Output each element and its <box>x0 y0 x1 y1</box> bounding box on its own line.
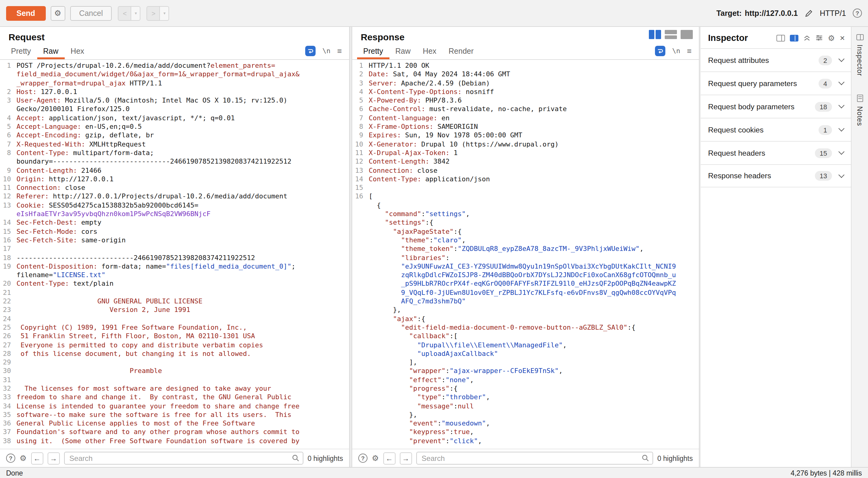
columns-layout-button[interactable] <box>649 30 661 39</box>
editor-menu-button[interactable]: ≡ <box>687 47 691 56</box>
code-line: 1HTTP/1.1 200 OK <box>352 62 699 70</box>
code-line: 14Content-Type: application/json <box>352 175 699 184</box>
code-line: 27 Everyone is permitted to copy and dis… <box>0 341 349 350</box>
request-search-bar: ? ⚙ ← → 0 highlights <box>0 449 349 467</box>
help-button[interactable]: ? <box>853 8 862 18</box>
code-line: 15 <box>352 184 699 192</box>
code-line: 7X-Requested-With: XMLHttpRequest <box>0 140 349 149</box>
edit-target-button[interactable] <box>805 9 813 18</box>
code-line: 10Origin: http://127.0.0.1 <box>0 175 349 184</box>
search-settings-button[interactable]: ⚙ <box>20 454 27 463</box>
forward-history-button[interactable]: ▾ <box>160 6 169 21</box>
toolbar: Send ⚙ Cancel < ▾ > ▾ Target: http://127… <box>0 0 868 27</box>
code-line: 37Foundation's software and to any other… <box>0 428 349 437</box>
count-badge: 2 <box>818 55 832 65</box>
word-wrap-toggle[interactable] <box>305 46 316 56</box>
code-line: 7Content-language: en <box>352 114 699 123</box>
back-button[interactable]: < <box>118 6 131 21</box>
code-line: 1POST /Projects/drupal-10.2.6/media/add/… <box>0 62 349 70</box>
request-editor[interactable]: 1POST /Projects/drupal-10.2.6/media/add/… <box>0 60 349 449</box>
code-line: _wrapper_format=drupal_ajax HTTP/1.1 <box>0 79 349 88</box>
request-tab-hex[interactable]: Hex <box>64 44 90 59</box>
section-label: Request body parameters <box>708 102 795 111</box>
editor-menu-button[interactable]: ≡ <box>337 47 342 56</box>
response-tab-pretty[interactable]: Pretty <box>357 44 389 59</box>
forward-button[interactable]: > <box>147 6 160 21</box>
code-line: filename="LICENSE.txt" <box>0 271 349 280</box>
hamburger-icon: ≡ <box>337 47 342 56</box>
inspector-panel: Inspector ⚙ × Request attributes 2 Reque… <box>701 27 851 467</box>
inspector-dock-button[interactable] <box>776 34 785 41</box>
cancel-button[interactable]: Cancel <box>70 6 112 21</box>
response-editor[interactable]: 1HTTP/1.1 200 OK2Date: Sat, 04 May 2024 … <box>352 60 699 449</box>
chevron-down-icon <box>838 102 844 108</box>
close-inspector-button[interactable]: × <box>840 34 845 42</box>
chevron-down-icon <box>838 172 844 178</box>
close-icon: × <box>840 33 845 43</box>
chevron-down-icon <box>838 125 844 131</box>
request-tab-pretty[interactable]: Pretty <box>5 44 37 59</box>
send-button[interactable]: Send <box>6 6 45 21</box>
panel-splitter[interactable] <box>349 27 352 467</box>
next-match-button[interactable]: → <box>47 452 60 464</box>
code-line: 9_VQqLf0-JjUEwn8U1ov0EY_rZPBLJ1Yc7KLFsfq… <box>352 289 699 297</box>
search-help-button[interactable]: ? <box>6 454 15 463</box>
inspector-settings-button[interactable]: ⚙ <box>828 33 835 42</box>
section-label: Request attributes <box>708 56 769 64</box>
code-line: 8Content-Type: multipart/form-data; <box>0 149 349 158</box>
count-badge: 1 <box>818 125 832 135</box>
request-search-input[interactable] <box>64 452 303 465</box>
count-badge: 13 <box>815 171 832 181</box>
gear-icon: ⚙ <box>20 454 27 463</box>
show-newlines-toggle[interactable]: \n <box>672 47 680 55</box>
response-tab-raw[interactable]: Raw <box>389 44 416 59</box>
response-tabbar: Pretty Raw Hex Render \n ≡ <box>352 44 699 60</box>
previous-match-button[interactable]: ← <box>31 452 43 464</box>
code-line: "effect":"none", <box>352 376 699 385</box>
code-line: 34License is intended to guarantee your … <box>0 402 349 411</box>
send-settings-button[interactable]: ⚙ <box>50 6 65 21</box>
single-layout-button[interactable] <box>681 30 693 39</box>
inspector-section-response-headers[interactable]: Response headers 13 <box>701 164 851 187</box>
inspector-section-request-query-parameters[interactable]: Request query parameters 4 <box>701 71 851 95</box>
collapse-all-icon[interactable] <box>803 34 811 41</box>
code-line: 22 GNU GENERAL PUBLIC LICENSE <box>0 297 349 306</box>
target-value: http://127.0.0.1 <box>745 9 798 18</box>
rail-tab-inspector[interactable]: Inspector <box>856 34 863 76</box>
response-panel-title: Response <box>352 27 699 44</box>
code-line: boundary=-----------------------------24… <box>0 158 349 167</box>
inspector-section-request-attributes[interactable]: Request attributes 2 <box>701 48 851 71</box>
inspector-section-request-body-parameters[interactable]: Request body parameters 18 <box>701 95 851 118</box>
back-history-button[interactable]: ▾ <box>131 6 141 21</box>
code-line: "command":"settings", <box>352 210 699 219</box>
code-line: 9Expires: Sun, 19 Nov 1978 05:00:00 GMT <box>352 131 699 141</box>
show-newlines-toggle[interactable]: \n <box>322 47 331 55</box>
response-tab-render[interactable]: Render <box>442 44 480 59</box>
inspector-title: Inspector <box>708 33 748 43</box>
question-icon: ? <box>9 455 12 461</box>
rows-layout-button[interactable] <box>665 30 677 39</box>
word-wrap-toggle[interactable] <box>655 46 665 56</box>
code-line: 26 51 Franklin Street, Fifth Floor, Bost… <box>0 332 349 341</box>
inspector-header: Inspector ⚙ × <box>701 27 851 48</box>
code-line: 11X-Drupal-Ajax-Token: 1 <box>352 149 699 158</box>
code-line: 10X-Generator: Drupal 10 (https://www.dr… <box>352 140 699 149</box>
inspector-section-request-headers[interactable]: Request headers 15 <box>701 141 851 164</box>
arrow-left-icon: ← <box>385 454 393 462</box>
previous-match-button[interactable]: ← <box>383 452 395 464</box>
code-line: "uploadAjaxCallback" <box>352 350 699 359</box>
chevron-down-icon <box>838 56 844 62</box>
response-search-input[interactable] <box>416 452 653 465</box>
inspector-layout-button[interactable] <box>790 34 798 41</box>
next-match-button[interactable]: → <box>400 452 412 464</box>
filter-icon[interactable] <box>815 34 823 41</box>
request-tab-raw[interactable]: Raw <box>37 44 64 59</box>
http-version-label[interactable]: HTTP/1 <box>820 9 846 18</box>
burp-repeater-window: Send ⚙ Cancel < ▾ > ▾ Target: http://127… <box>0 0 868 478</box>
search-help-button[interactable]: ? <box>358 454 368 463</box>
search-settings-button[interactable]: ⚙ <box>372 454 379 463</box>
inspector-section-request-cookies[interactable]: Request cookies 1 <box>701 118 851 141</box>
rail-tab-notes[interactable]: Notes <box>856 95 863 126</box>
code-line: 5X-Powered-By: PHP/8.3.6 <box>352 96 699 105</box>
response-tab-hex[interactable]: Hex <box>416 44 442 59</box>
